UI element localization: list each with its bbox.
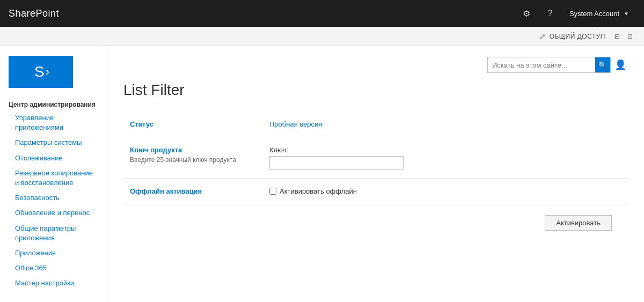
- user-icon[interactable]: 👤: [613, 57, 628, 72]
- product-key-input[interactable]: [269, 156, 404, 170]
- form-row-product-key: Ключ продукта Введите 25-значный ключ пр…: [123, 137, 628, 179]
- share-label: ОБЩИЙ ДОСТУП: [550, 33, 605, 40]
- form-row-status: Статус Пробная версия: [123, 112, 628, 137]
- search-input[interactable]: [488, 59, 595, 71]
- sidebar-item-monitoring[interactable]: Отслеживание: [0, 151, 107, 166]
- offline-activation-cell: Активировать оффлайн: [263, 179, 628, 204]
- sidebar-item-manage-apps[interactable]: Управление приложениями: [0, 111, 107, 135]
- content-wrapper: S › Центр администрирования Управление п…: [0, 46, 644, 302]
- sidebar-item-security[interactable]: Безопасность: [0, 190, 107, 205]
- window-minimize-icon[interactable]: ⊟: [612, 31, 623, 42]
- offline-checkbox[interactable]: [269, 188, 276, 195]
- sidebar: S › Центр администрирования Управление п…: [0, 46, 107, 302]
- user-name: System Account: [569, 10, 619, 18]
- sidebar-item-upgrade[interactable]: Обновление и перенос: [0, 205, 107, 220]
- search-input-wrapper: 🔍: [487, 57, 611, 73]
- activate-button[interactable]: Активировать: [545, 215, 612, 231]
- gear-icon[interactable]: ⚙: [516, 0, 537, 27]
- search-button[interactable]: 🔍: [595, 57, 610, 72]
- window-controls: ⊟ ⊡: [612, 31, 635, 42]
- main-content: 🔍 👤 List Filter Статус Пробная версия Кл…: [107, 46, 644, 302]
- product-key-note: Введите 25-значный ключ продукта: [130, 156, 257, 164]
- share-icon: ⤢: [539, 32, 546, 41]
- product-key-input-cell: Ключ:: [263, 137, 628, 179]
- top-navigation: SharePoint ⚙ ? System Account ▼: [0, 0, 644, 27]
- sidebar-item-setup-wizard[interactable]: Мастер настройки: [0, 276, 107, 291]
- second-bar: ⤢ ОБЩИЙ ДОСТУП ⊟ ⊡: [0, 27, 644, 46]
- app-logo: SharePoint: [9, 8, 516, 19]
- settings-form: Статус Пробная версия Ключ продукта Введ…: [123, 112, 628, 204]
- offline-checkbox-label: Активировать оффлайн: [280, 187, 357, 195]
- page-title: List Filter: [123, 82, 628, 99]
- form-row-offline: Оффлайн активация Активировать оффлайн: [123, 179, 628, 204]
- chevron-down-icon: ▼: [624, 11, 629, 17]
- sharepoint-logo[interactable]: S ›: [9, 56, 73, 88]
- search-bar: 🔍 👤: [123, 57, 628, 73]
- help-icon[interactable]: ?: [539, 0, 561, 27]
- logo-letter: S: [34, 63, 45, 80]
- sidebar-item-apps[interactable]: Приложения: [0, 246, 107, 261]
- offline-activation-label: Оффлайн активация: [123, 179, 263, 204]
- offline-checkbox-wrapper: Активировать оффлайн: [269, 187, 621, 195]
- status-label: Статус: [123, 112, 263, 137]
- key-label: Ключ:: [269, 146, 621, 154]
- status-value: Пробная версия: [263, 112, 628, 137]
- sidebar-item-general-settings[interactable]: Общие параметры приложения: [0, 221, 107, 246]
- sidebar-item-system-settings[interactable]: Параметры системы: [0, 135, 107, 150]
- sidebar-item-backup[interactable]: Резервное копирование и восстановление: [0, 166, 107, 190]
- product-key-label: Ключ продукта Введите 25-значный ключ пр…: [123, 137, 263, 179]
- user-menu[interactable]: System Account ▼: [563, 0, 635, 27]
- logo-arrow: ›: [46, 65, 49, 79]
- nav-icons: ⚙ ? System Account ▼: [516, 0, 635, 27]
- window-maximize-icon[interactable]: ⊡: [625, 31, 635, 42]
- sidebar-section-title: Центр администрирования: [0, 97, 107, 111]
- share-button[interactable]: ⤢ ОБЩИЙ ДОСТУП: [539, 32, 605, 41]
- sidebar-item-office365[interactable]: Office 365: [0, 261, 107, 276]
